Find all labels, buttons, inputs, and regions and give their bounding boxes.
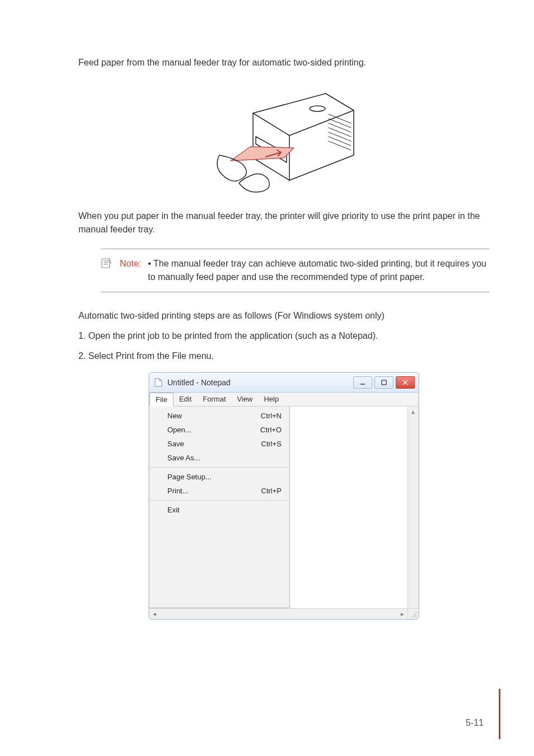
close-button[interactable] [396,376,415,389]
step-2: 2. Select Print from the File menu. [78,349,489,363]
menu-item-shortcut: Ctrl+O [260,426,282,434]
menu-item-pagesetup[interactable]: Page Setup... [149,470,289,484]
menu-item-shortcut: Ctrl+P [261,487,282,495]
horizontal-scrollbar[interactable]: ◄ ► [149,608,407,619]
svg-line-6 [329,141,351,150]
menubar: File Edit Format View Help [149,393,418,407]
scroll-up-icon[interactable]: ▲ [408,407,418,417]
step-1: 1. Open the print job to be printed from… [78,329,489,343]
notepad-window: Untitled - Notepad File Edit Format View… [149,373,418,619]
menu-item-label: New [167,412,182,420]
vertical-scrollbar[interactable]: ▲ [407,407,418,608]
file-menu-dropdown: New Ctrl+N Open... Ctrl+O Save Ctrl+S Sa… [149,407,290,608]
printer-svg [200,80,368,197]
svg-line-2 [329,123,351,132]
menu-item-label: Exit [167,506,180,514]
menu-item-print[interactable]: Print... Ctrl+P [149,484,289,498]
paragraph-steps-intro: Automatic two-sided printing steps are a… [78,309,489,323]
svg-line-3 [329,128,351,137]
menu-item-exit[interactable]: Exit [149,503,289,517]
menu-edit[interactable]: Edit [174,393,197,406]
note-block: Note: • The manual feeder tray can achie… [101,249,489,292]
menu-item-open[interactable]: Open... Ctrl+O [149,423,289,437]
menu-item-label: Page Setup... [167,473,212,481]
menu-item-label: Open... [167,426,191,434]
svg-line-5 [329,137,351,146]
menu-item-save[interactable]: Save Ctrl+S [149,437,289,451]
scroll-right-icon[interactable]: ► [400,611,405,617]
svg-line-1 [329,119,351,128]
menu-item-new[interactable]: New Ctrl+N [149,409,289,423]
window-title: Untitled - Notepad [167,378,349,387]
menu-item-shortcut: Ctrl+N [261,412,282,420]
note-label: Note: [120,257,141,270]
menu-item-label: Save As... [167,454,200,462]
menu-item-label: Print... [167,487,189,495]
maximize-button[interactable] [374,376,394,389]
svg-line-4 [329,132,351,141]
svg-rect-13 [382,380,386,385]
paragraph-priority: When you put paper in the manual feeder … [78,209,489,236]
resize-grip[interactable] [407,608,418,619]
paragraph-intro: Feed paper from the manual feeder tray f… [78,56,489,69]
menu-help[interactable]: Help [258,393,284,406]
page-number: 5-11 [466,718,484,728]
menu-format[interactable]: Format [197,393,231,406]
svg-point-7 [310,106,325,111]
text-area[interactable]: ▲ [290,407,418,608]
menu-view[interactable]: View [232,393,259,406]
document-icon [154,378,163,387]
menu-item-shortcut: Ctrl+S [261,440,282,448]
note-icon [101,257,113,273]
svg-line-18 [416,617,417,618]
printer-illustration [78,80,489,199]
titlebar: Untitled - Notepad [149,373,418,393]
note-text: • The manual feeder tray can achieve aut… [148,257,489,284]
menu-item-saveas[interactable]: Save As... [149,451,289,465]
document-page: Feed paper from the manual feeder tray f… [0,0,534,756]
menu-item-label: Save [167,440,184,448]
menu-file[interactable]: File [149,393,174,407]
minimize-button[interactable] [353,376,372,389]
scroll-left-icon[interactable]: ◄ [152,611,157,617]
page-edge-marker [499,689,500,739]
